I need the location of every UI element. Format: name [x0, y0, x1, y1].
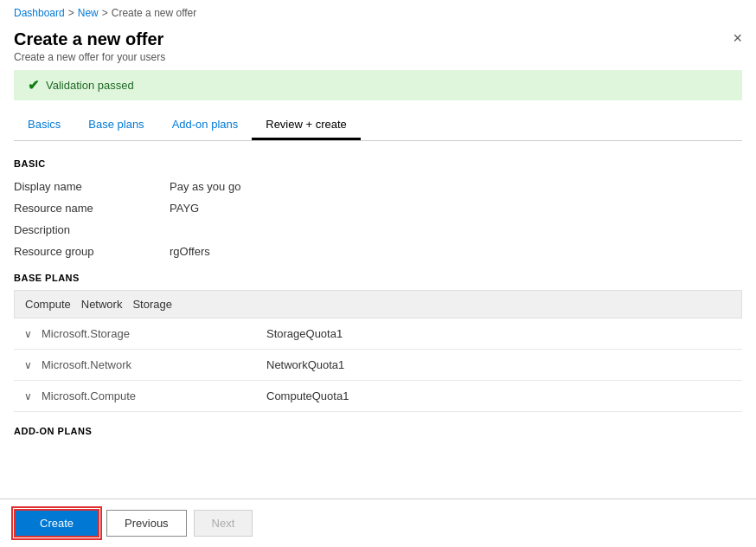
create-button[interactable]: Create	[14, 509, 99, 537]
value-display-name: Pay as you go	[170, 180, 240, 193]
field-display-name: Display name Pay as you go	[14, 176, 742, 197]
service-row-compute: ∨ Microsoft.Compute ComputeQuota1	[14, 381, 742, 412]
service-name-storage: Microsoft.Storage	[42, 327, 266, 340]
breadcrumb: Dashboard > New > Create a new offer	[0, 0, 756, 26]
tabs-container: Basics Base plans Add-on plans Review + …	[14, 111, 742, 141]
service-name-compute: Microsoft.Compute	[42, 389, 266, 402]
label-display-name: Display name	[14, 180, 170, 193]
plan-tab-storage[interactable]: Storage	[132, 298, 172, 311]
base-plans-section: BASE PLANS Compute Network Storage ∨ Mic…	[14, 273, 742, 412]
validation-banner: ✔ Validation passed	[14, 70, 742, 100]
service-name-network: Microsoft.Network	[42, 358, 266, 371]
breadcrumb-dashboard[interactable]: Dashboard	[14, 7, 65, 19]
tab-review-create[interactable]: Review + create	[252, 111, 361, 140]
tab-addon-plans[interactable]: Add-on plans	[158, 111, 253, 140]
content-area: BASIC Display name Pay as you go Resourc…	[0, 141, 756, 487]
base-plans-label: BASE PLANS	[14, 273, 742, 283]
check-icon: ✔	[28, 77, 39, 93]
tab-basics[interactable]: Basics	[14, 111, 74, 140]
label-resource-name: Resource name	[14, 202, 170, 215]
label-resource-group: Resource group	[14, 245, 170, 258]
next-button: Next	[194, 510, 253, 537]
quota-network: NetworkQuota1	[266, 358, 344, 371]
breadcrumb-new[interactable]: New	[78, 7, 99, 19]
field-resource-group: Resource group rgOffers	[14, 241, 742, 262]
plan-tab-network[interactable]: Network	[81, 298, 123, 311]
value-resource-name: PAYG	[170, 202, 199, 215]
previous-button[interactable]: Previous	[106, 510, 187, 537]
basic-section-label: BASIC	[14, 158, 742, 169]
quota-compute: ComputeQuota1	[266, 389, 349, 402]
label-description: Description	[14, 223, 170, 236]
value-resource-group: rgOffers	[170, 245, 210, 258]
addon-label: ADD-ON PLANS	[14, 426, 742, 436]
addon-section: ADD-ON PLANS	[14, 426, 742, 436]
service-row-network: ∨ Microsoft.Network NetworkQuota1	[14, 350, 742, 381]
validation-message: Validation passed	[46, 79, 134, 92]
chevron-storage-icon[interactable]: ∨	[24, 328, 42, 340]
plan-header-row: Compute Network Storage	[14, 290, 742, 319]
page-header: Create a new offer Create a new offer fo…	[0, 26, 756, 70]
field-resource-name: Resource name PAYG	[14, 197, 742, 219]
page-subtitle: Create a new offer for your users	[14, 51, 742, 63]
chevron-network-icon[interactable]: ∨	[24, 359, 42, 371]
service-row-storage: ∨ Microsoft.Storage StorageQuota1	[14, 319, 742, 350]
breadcrumb-current: Create a new offer	[112, 7, 197, 19]
chevron-compute-icon[interactable]: ∨	[24, 390, 42, 402]
plan-tab-compute[interactable]: Compute	[25, 298, 71, 311]
quota-storage: StorageQuota1	[266, 327, 343, 340]
field-description: Description	[14, 219, 742, 241]
page-title: Create a new offer	[14, 29, 742, 49]
footer: Create Previous Next	[0, 499, 756, 547]
close-button[interactable]: ×	[733, 29, 742, 48]
tab-base-plans[interactable]: Base plans	[74, 111, 157, 140]
